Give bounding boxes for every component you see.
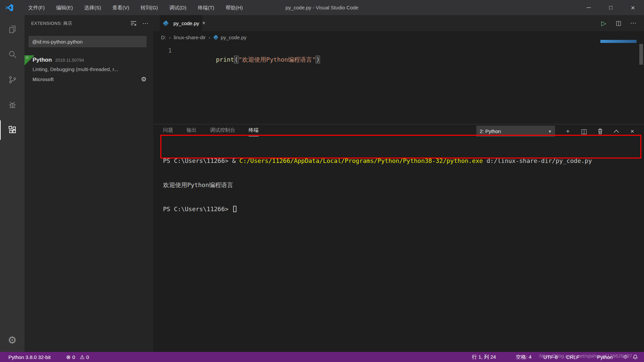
sidebar-title: EXTENSIONS: 商店 [31,20,72,26]
tab-problems[interactable]: 问题 [163,127,173,136]
terminal-command-line: PS C:\Users\11266> & C:/Users/11266/AppD… [163,157,641,165]
minimap-strip [600,40,637,43]
more-actions-icon[interactable]: ⋯ [143,20,149,27]
tab-output[interactable]: 输出 [186,127,197,136]
extensions-icon[interactable] [0,120,24,140]
code-token-print: print [216,56,234,63]
tab-close-icon[interactable]: × [202,20,205,26]
search-icon[interactable] [0,45,24,64]
close-panel-icon[interactable]: × [624,128,640,135]
menu-bar: 文件(F) 编辑(E) 选择(S) 查看(V) 转到(G) 调试(D) 终端(T… [22,0,249,15]
status-indentation[interactable]: 空格: 4 [516,352,532,362]
maximize-icon[interactable]: □ [600,0,622,15]
split-terminal-icon[interactable]: ◫ [576,127,592,135]
warning-icon: ⚠ [80,354,85,360]
extension-name: Python [33,57,52,63]
chevron-down-icon: ▼ [548,129,552,133]
star-icon: ☆ [25,55,29,60]
close-window-icon[interactable]: × [622,0,644,15]
menu-terminal[interactable]: 终端(T) [192,0,220,15]
settings-gear-icon[interactable]: ⚙ [0,330,24,350]
breadcrumb-drive[interactable]: D: [161,35,166,40]
code-line-1: 1 print("欢迎使用Python编程语言") [153,46,644,55]
code-string: "欢迎使用Python编程语言" [238,56,316,63]
title-bar: 文件(F) 编辑(E) 选择(S) 查看(V) 转到(G) 调试(D) 终端(T… [0,0,644,15]
kill-terminal-trash-icon[interactable] [592,128,608,134]
tab-py-code[interactable]: py_code.py × [160,15,202,31]
tab-label: py_code.py [173,20,199,26]
vscode-window: 文件(F) 编辑(E) 选择(S) 查看(V) 转到(G) 调试(D) 终端(T… [0,0,644,362]
split-editor-icon[interactable]: ◫ [611,19,626,27]
minimize-icon[interactable]: ─ [578,0,600,15]
activity-bar: ⚙ [0,15,24,352]
editor-actions: ▷ ◫ ⋯ [596,15,641,31]
menu-file[interactable]: 文件(F) [22,0,50,15]
maximize-panel-chevron-icon[interactable] [608,129,624,133]
menu-view[interactable]: 查看(V) [107,0,135,15]
clear-filter-icon[interactable] [130,20,137,27]
extension-manage-gear-icon[interactable]: ⚙ [141,75,147,83]
new-terminal-icon[interactable]: + [560,128,576,135]
terminal-cursor [233,206,236,212]
bottom-panel: 问题 输出 调试控制台 终端 2: Python ▼ + ◫ × PS C:\U… [153,124,644,352]
extension-publisher: Microsoft [33,77,141,82]
status-cursor-position[interactable]: 行 1, 列 24 [472,352,496,362]
terminal-selector-value: 2: Python [480,128,548,134]
tab-terminal[interactable]: 终端 [249,127,259,136]
window-title: py_code.py - Visual Studio Code [285,5,358,10]
extension-description: Linting, Debugging (multi-threaded, r... [33,66,147,72]
extension-list-item-python[interactable]: ☆ Python 2019.11.50794 Linting, Debuggin… [24,53,153,86]
error-count: 0 [72,354,75,360]
breadcrumb-folder[interactable]: linux-share-dir [174,35,206,40]
menu-debug[interactable]: 调试(D) [164,0,192,15]
panel-tab-bar: 问题 输出 调试控制台 终端 [163,127,272,136]
terminal-prompt-line: PS C:\Users\11266> [163,205,641,213]
menu-help[interactable]: 帮助(H) [220,0,249,15]
status-python-interpreter[interactable]: Python 3.8.0 32-bit [8,352,51,362]
terminal-program-output: 欢迎使用Python编程语言 [163,181,641,189]
code-open-paren: ( [234,56,238,63]
chevron-right-icon: › [169,35,171,40]
terminal-command-args: d:/linux-share-dir/py_code.py [483,157,592,164]
terminal-selector-dropdown[interactable]: 2: Python ▼ [476,126,555,137]
editor-scrollbar[interactable] [639,44,643,65]
terminal-command-path: C:/Users/11266/AppData/Local/Programs/Py… [239,157,483,164]
python-file-icon [213,35,218,40]
error-icon: ⊗ [66,354,70,360]
warning-count: 0 [86,354,89,360]
terminal-output[interactable]: PS C:\Users\11266> & C:/Users/11266/AppD… [163,141,641,352]
run-python-file-icon[interactable]: ▷ [596,19,611,27]
csdn-watermark: https://blog.csdn.net/xjiahong1126626497 [539,353,644,359]
code-close-paren: ) [316,56,320,63]
extension-search-input[interactable] [29,36,147,47]
python-file-icon [163,20,169,26]
editor-more-actions-icon[interactable]: ⋯ [626,19,641,27]
menu-selection[interactable]: 选择(S) [78,0,107,15]
panel-actions: + ◫ × [560,126,640,137]
breadcrumb-file[interactable]: py_code.py [221,35,247,40]
sidebar-header: EXTENSIONS: 商店 ⋯ [31,20,149,27]
extensions-sidebar: EXTENSIONS: 商店 ⋯ ☆ Python 2019.11.50794 … [24,15,153,352]
chevron-right-icon: › [209,35,210,40]
breadcrumb: D: › linux-share-dir › py_code.py [153,31,644,44]
tab-debug-console[interactable]: 调试控制台 [210,127,235,136]
extension-version: 2019.11.50794 [55,58,84,63]
source-control-icon[interactable] [0,70,24,89]
line-number: 1 [153,46,172,55]
vscode-logo-icon [5,3,14,12]
window-controls: ─ □ × [578,0,644,15]
menu-edit[interactable]: 编辑(E) [50,0,78,15]
debug-icon[interactable] [0,95,24,115]
status-problems[interactable]: ⊗ 0 ⚠ 0 [66,352,94,362]
editor-tab-bar: py_code.py × ▷ ◫ ⋯ [153,15,644,31]
editor-surface[interactable]: 1 print("欢迎使用Python编程语言") [153,44,644,124]
explorer-icon[interactable] [0,19,24,39]
menu-go[interactable]: 转到(G) [135,0,164,15]
